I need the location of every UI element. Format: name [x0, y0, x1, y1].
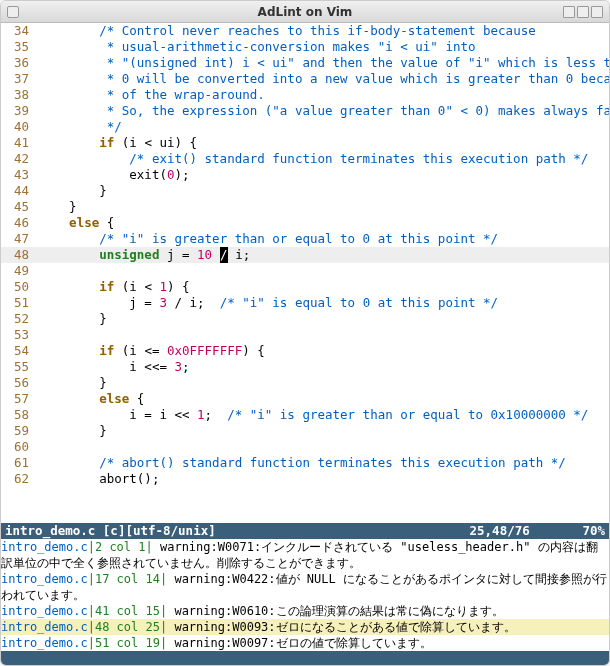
code-line[interactable]: 40 */ — [1, 119, 609, 135]
code-content: * So, the expression ("a value greater t… — [39, 103, 609, 119]
command-line[interactable]: :make clean all — [1, 651, 609, 666]
code-line[interactable]: 53 — [1, 327, 609, 343]
code-line[interactable]: 34 /* Control never reaches to this if-b… — [1, 23, 609, 39]
line-number: 58 — [1, 407, 39, 423]
code-line[interactable]: 57 else { — [1, 391, 609, 407]
line-number: 48 — [1, 247, 39, 263]
window-min-button[interactable] — [563, 6, 575, 18]
code-content — [39, 439, 609, 455]
code-content — [39, 263, 609, 279]
code-content: } — [39, 183, 609, 199]
code-content: /* "i" is greater than or equal to 0 at … — [39, 231, 609, 247]
text-cursor: / — [220, 247, 228, 263]
line-number: 45 — [1, 199, 39, 215]
line-number: 50 — [1, 279, 39, 295]
code-content: * of the wrap-around. — [39, 87, 609, 103]
code-line[interactable]: 62 abort(); — [1, 471, 609, 487]
window-shade-button[interactable] — [591, 6, 603, 18]
code-line[interactable]: 60 — [1, 439, 609, 455]
line-number: 38 — [1, 87, 39, 103]
code-content: abort(); — [39, 471, 609, 487]
code-content: /* Control never reaches to this if-body… — [39, 23, 609, 39]
code-content: /* abort() standard function terminates … — [39, 455, 609, 471]
window-title: AdLint on Vim — [258, 5, 353, 19]
line-number: 56 — [1, 375, 39, 391]
code-content: if (i < 1) { — [39, 279, 609, 295]
code-line[interactable]: 45 } — [1, 199, 609, 215]
code-content: * "(unsigned int) i < ui" and then the v… — [39, 55, 609, 71]
line-number: 52 — [1, 311, 39, 327]
line-number: 57 — [1, 391, 39, 407]
quickfix-window[interactable]: intro_demo.c|2 col 1| warning:W0071:インクル… — [1, 539, 609, 651]
line-number: 34 — [1, 23, 39, 39]
line-number: 55 — [1, 359, 39, 375]
code-line[interactable]: 47 /* "i" is greater than or equal to 0 … — [1, 231, 609, 247]
window-close-button[interactable] — [7, 6, 19, 18]
code-line[interactable]: 44 } — [1, 183, 609, 199]
code-line[interactable]: 58 i = i << 1; /* "i" is greater than or… — [1, 407, 609, 423]
quickfix-item[interactable]: intro_demo.c|51 col 19| warning:W0097:ゼロ… — [1, 635, 609, 651]
code-line[interactable]: 51 j = 3 / i; /* "i" is equal to 0 at th… — [1, 295, 609, 311]
window-titlebar: AdLint on Vim — [1, 1, 609, 23]
status-position: 25,48/76 70% — [470, 523, 605, 539]
code-line[interactable]: 54 if (i <= 0x0FFFFFFF) { — [1, 343, 609, 359]
quickfix-item[interactable]: intro_demo.c|17 col 14| warning:W0422:値が… — [1, 571, 609, 603]
code-line[interactable]: 35 * usual-arithmetic-conversion makes "… — [1, 39, 609, 55]
code-content: } — [39, 199, 609, 215]
line-number: 36 — [1, 55, 39, 71]
line-number: 60 — [1, 439, 39, 455]
status-line: intro_demo.c [c][utf-8/unix] 25,48/76 70… — [1, 523, 609, 539]
code-line[interactable]: 36 * "(unsigned int) i < ui" and then th… — [1, 55, 609, 71]
line-number: 39 — [1, 103, 39, 119]
code-content: * 0 will be converted into a new value w… — [39, 71, 609, 87]
code-content: i = i << 1; /* "i" is greater than or eq… — [39, 407, 609, 423]
quickfix-item[interactable]: intro_demo.c|48 col 25| warning:W0093:ゼロ… — [1, 619, 609, 635]
code-line[interactable]: 38 * of the wrap-around. — [1, 87, 609, 103]
code-line[interactable]: 46 else { — [1, 215, 609, 231]
code-content: } — [39, 375, 609, 391]
line-number: 62 — [1, 471, 39, 487]
code-editor[interactable]: 34 /* Control never reaches to this if-b… — [1, 23, 609, 523]
code-content: */ — [39, 119, 609, 135]
code-content: if (i < ui) { — [39, 135, 609, 151]
status-file: intro_demo.c [c][utf-8/unix] — [5, 523, 470, 539]
code-line[interactable]: 52 } — [1, 311, 609, 327]
line-number: 35 — [1, 39, 39, 55]
code-content: j = 3 / i; /* "i" is equal to 0 at this … — [39, 295, 609, 311]
code-line[interactable]: 56 } — [1, 375, 609, 391]
code-content: * usual-arithmetic-conversion makes "i <… — [39, 39, 609, 55]
line-number: 53 — [1, 327, 39, 343]
line-number: 37 — [1, 71, 39, 87]
quickfix-item[interactable]: intro_demo.c|2 col 1| warning:W0071:インクル… — [1, 539, 609, 571]
code-line[interactable]: 55 i <<= 3; — [1, 359, 609, 375]
line-number: 40 — [1, 119, 39, 135]
code-content: i <<= 3; — [39, 359, 609, 375]
code-content: } — [39, 423, 609, 439]
code-line[interactable]: 42 /* exit() standard function terminate… — [1, 151, 609, 167]
code-content: } — [39, 311, 609, 327]
code-content: exit(0); — [39, 167, 609, 183]
line-number: 51 — [1, 295, 39, 311]
code-content — [39, 327, 609, 343]
code-line[interactable]: 41 if (i < ui) { — [1, 135, 609, 151]
line-number: 59 — [1, 423, 39, 439]
line-number: 61 — [1, 455, 39, 471]
code-line[interactable]: 49 — [1, 263, 609, 279]
code-content: unsigned j = 10 / i; — [39, 247, 609, 263]
code-line[interactable]: 50 if (i < 1) { — [1, 279, 609, 295]
code-line[interactable]: 43 exit(0); — [1, 167, 609, 183]
line-number: 43 — [1, 167, 39, 183]
code-line[interactable]: 37 * 0 will be converted into a new valu… — [1, 71, 609, 87]
code-line[interactable]: 61 /* abort() standard function terminat… — [1, 455, 609, 471]
line-number: 49 — [1, 263, 39, 279]
line-number: 47 — [1, 231, 39, 247]
line-number: 46 — [1, 215, 39, 231]
code-line[interactable]: 39 * So, the expression ("a value greate… — [1, 103, 609, 119]
line-number: 42 — [1, 151, 39, 167]
code-line[interactable]: 59 } — [1, 423, 609, 439]
window-max-button[interactable] — [577, 6, 589, 18]
quickfix-item[interactable]: intro_demo.c|41 col 15| warning:W0610:この… — [1, 603, 609, 619]
code-line[interactable]: 48 unsigned j = 10 / i; — [1, 247, 609, 263]
code-content: else { — [39, 391, 609, 407]
line-number: 44 — [1, 183, 39, 199]
